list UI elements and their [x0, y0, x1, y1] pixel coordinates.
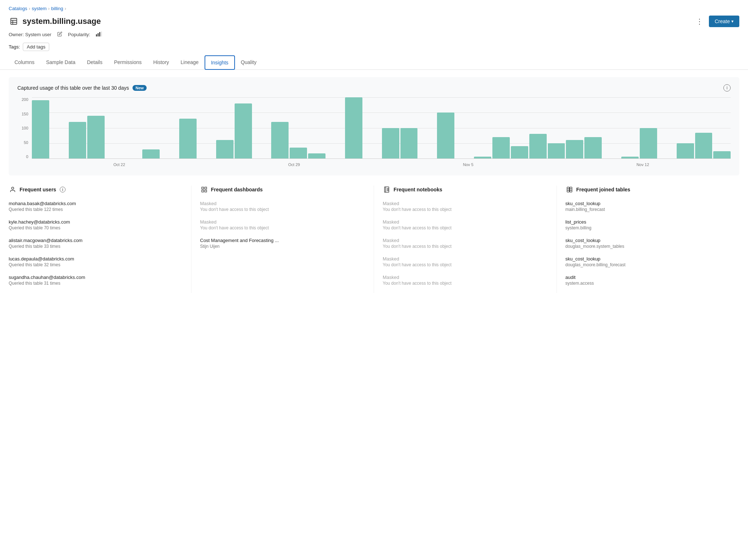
breadcrumb-sep-1: ›: [29, 6, 30, 11]
table-4-path: douglas_moore.billing_forecast: [566, 262, 740, 267]
frequent-users-header: Frequent users i: [9, 186, 182, 194]
list-item: Masked You don't have access to this obj…: [383, 238, 548, 249]
user-3-count: Queried this table 33 times: [9, 244, 182, 249]
list-item: Masked You don't have access to this obj…: [383, 219, 548, 230]
chart-bar-17: [345, 97, 362, 158]
popularity-icon: [96, 31, 102, 38]
frequent-notebooks-title: Frequent notebooks: [394, 187, 442, 192]
notebook-5-no-access: You don't have access to this object: [383, 281, 548, 286]
x-label-nov5: Nov 5: [463, 162, 474, 167]
list-item: Masked You don't have access to this obj…: [383, 275, 548, 286]
chart-bar-11: [235, 103, 252, 158]
tab-quality[interactable]: Quality: [235, 55, 262, 69]
chart-title-text: Captured usage of this table over the la…: [17, 85, 129, 91]
chart-bar-13: [271, 122, 289, 158]
x-label-oct29: Oct 29: [288, 162, 300, 167]
svg-rect-6: [99, 32, 100, 37]
breadcrumb-sep-2: ›: [48, 6, 50, 11]
chart-bar-8: [179, 119, 197, 158]
svg-rect-18: [567, 187, 569, 192]
user-4-email: lucas.depaula@databricks.com: [9, 256, 182, 262]
y-label-200: 200: [22, 97, 28, 102]
list-item: list_prices system.billing: [566, 219, 740, 230]
chart-bar-2: [69, 122, 86, 158]
table-4-name: sku_cost_lookup: [566, 256, 740, 262]
chart-bar-10: [216, 140, 234, 158]
notebook-4-masked: Masked: [383, 256, 548, 262]
tab-insights[interactable]: Insights: [205, 55, 235, 70]
chart-bar-35: [677, 143, 694, 158]
list-item: lucas.depaula@databricks.com Queried thi…: [9, 256, 182, 267]
breadcrumb-catalogs[interactable]: Catalogs: [9, 6, 27, 11]
x-label-nov12: Nov 12: [636, 162, 649, 167]
list-item: sugandha.chauhan@databricks.com Queried …: [9, 275, 182, 286]
chart-bars: [32, 97, 731, 159]
breadcrumb-system[interactable]: system: [32, 6, 47, 11]
table-3-name: sku_cost_lookup: [566, 238, 740, 243]
breadcrumb: Catalogs › system › billing ›: [9, 3, 739, 13]
notebook-icon: [383, 186, 391, 194]
tab-permissions[interactable]: Permissions: [108, 55, 147, 69]
tab-lineage[interactable]: Lineage: [175, 55, 205, 69]
frequent-users-title: Frequent users: [20, 187, 56, 192]
tab-history[interactable]: History: [147, 55, 175, 69]
user-2-count: Queried this table 70 times: [9, 225, 182, 230]
notebook-2-masked: Masked: [383, 219, 548, 225]
tab-columns[interactable]: Columns: [9, 55, 40, 69]
list-item: alistair.macgowan@databricks.com Queried…: [9, 238, 182, 249]
chart-bar-6: [142, 149, 160, 158]
table-1-path: main.billing_forecast: [566, 207, 740, 212]
chart-bar-25: [492, 137, 510, 158]
dashboard-icon: [200, 186, 208, 194]
dashboard-3-owner: Stijn Uijen: [200, 244, 365, 249]
users-info-icon[interactable]: i: [60, 187, 66, 192]
title-actions: ⋮ Create ▾: [693, 15, 739, 28]
chart-info-icon[interactable]: i: [723, 84, 731, 92]
chart-bar-37: [713, 151, 731, 158]
list-item: Masked You don't have access to this obj…: [200, 201, 365, 212]
breadcrumb-billing[interactable]: billing: [51, 6, 63, 11]
list-item: Masked You don't have access to this obj…: [383, 256, 548, 267]
list-item: Cost Management and Forecasting ... Stij…: [200, 238, 365, 249]
chart-x-labels: Oct 22 Oct 29 Nov 5 Nov 12: [32, 160, 731, 170]
chart-y-axis: 200 150 100 50 0: [17, 97, 30, 159]
y-label-50: 50: [24, 140, 28, 145]
table-icon: [9, 16, 19, 26]
frequent-tables-col: Frequent joined tables sku_cost_lookup m…: [557, 186, 740, 293]
chart-bar-22: [437, 113, 454, 158]
title-left: system.billing.usage: [9, 16, 101, 26]
top-bar: Catalogs › system › billing › system.bil…: [0, 0, 748, 70]
user-icon: [9, 186, 17, 194]
create-button[interactable]: Create ▾: [709, 16, 739, 27]
chart-area: 200 150 100 50 0 Oct 22 Oct 29 Nov 5 Nov…: [17, 97, 731, 170]
list-item: sku_cost_lookup main.billing_forecast: [566, 201, 740, 212]
table-3-path: douglas_moore.system_tables: [566, 244, 740, 249]
chart-bar-19: [382, 128, 399, 159]
tags-row: Tags: Add tags: [9, 41, 739, 55]
svg-rect-9: [202, 187, 203, 189]
tab-sample-data[interactable]: Sample Data: [40, 55, 81, 69]
notebook-4-no-access: You don't have access to this object: [383, 262, 548, 267]
chart-bar-0: [32, 100, 49, 158]
frequent-dashboards-col: Frequent dashboards Masked You don't hav…: [192, 186, 374, 293]
edit-icon[interactable]: [57, 31, 62, 38]
chart-title: Captured usage of this table over the la…: [17, 85, 147, 91]
list-item: mohana.basak@databricks.com Queried this…: [9, 201, 182, 212]
main-content: Captured usage of this table over the la…: [0, 70, 748, 300]
svg-rect-4: [96, 34, 97, 37]
chart-bar-27: [529, 134, 547, 158]
notebook-5-masked: Masked: [383, 275, 548, 280]
table-1-name: sku_cost_lookup: [566, 201, 740, 206]
dashboard-2-no-access: You don't have access to this object: [200, 225, 365, 230]
chart-bar-26: [511, 146, 528, 158]
chart-bar-33: [640, 128, 657, 159]
add-tags-button[interactable]: Add tags: [23, 43, 49, 51]
frequent-tables-header: Frequent joined tables: [566, 186, 740, 194]
chart-bar-36: [695, 133, 713, 158]
dashboard-2-masked: Masked: [200, 219, 365, 225]
join-table-icon: [566, 186, 573, 194]
chart-bar-29: [566, 140, 583, 158]
x-label-oct22: Oct 22: [113, 162, 125, 167]
tab-details[interactable]: Details: [81, 55, 108, 69]
more-button[interactable]: ⋮: [693, 15, 706, 28]
